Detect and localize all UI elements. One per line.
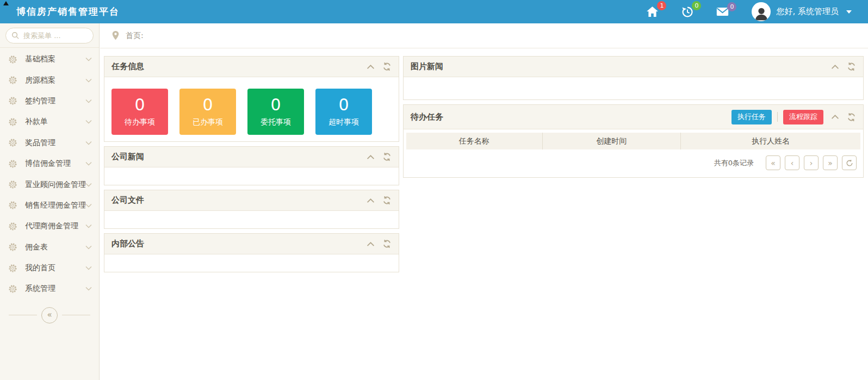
sidebar-item-contract-management[interactable]: 签约管理	[0, 91, 99, 111]
panel-empty-body	[404, 77, 863, 99]
sidebar-item-label: 置业顾问佣金管理	[25, 180, 85, 190]
divider	[62, 315, 90, 315]
sidebar-item-prize-management[interactable]: 奖品管理	[0, 133, 99, 153]
app-title: 博信房产销售管理平台	[16, 5, 120, 18]
stat-card-done[interactable]: 0 已办事项	[179, 89, 236, 135]
location-pin-icon	[111, 30, 120, 41]
mail-button[interactable]: 0	[716, 7, 729, 16]
chevron-down-icon	[85, 203, 92, 208]
stat-label: 待办事项	[125, 117, 155, 127]
gear-icon	[8, 138, 17, 147]
pagination-refresh-button[interactable]	[842, 155, 857, 170]
refresh-button[interactable]	[382, 62, 392, 71]
chevron-down-icon	[846, 10, 852, 16]
stat-label: 超时事项	[328, 117, 359, 127]
sidebar-collapse-button[interactable]: «	[41, 307, 58, 323]
panel-empty-body	[104, 254, 399, 272]
search-icon	[11, 32, 20, 40]
column-header-task-name: 任务名称	[406, 133, 543, 149]
refresh-icon	[382, 239, 392, 248]
sidebar-item-label: 补款单	[25, 117, 85, 127]
chevron-down-icon	[85, 141, 92, 145]
stat-card-delegated[interactable]: 0 委托事项	[247, 89, 304, 135]
history-button[interactable]: 0	[681, 6, 693, 18]
home-badge: 1	[657, 1, 666, 10]
collapse-button[interactable]	[367, 198, 375, 203]
topbar-right: 1 0 0 您好, 系统管理员	[646, 2, 868, 21]
gear-icon	[8, 242, 17, 252]
panel-empty-body	[104, 211, 399, 228]
gear-icon	[8, 201, 17, 210]
sidebar-item-sales-manager-commission[interactable]: 销售经理佣金管理	[0, 195, 99, 216]
sidebar-search-area	[0, 23, 99, 48]
panel-internal-notice: 内部公告	[104, 233, 399, 272]
task-stat-cards: 0 待办事项 0 已办事项 0 委托事项 0 超时事项	[104, 77, 399, 141]
panel-picture-news: 图片新闻	[403, 56, 864, 100]
sidebar-item-my-homepage[interactable]: 我的首页	[0, 258, 99, 278]
collapse-button[interactable]	[367, 241, 375, 247]
chevron-down-icon	[85, 183, 92, 187]
refresh-button[interactable]	[847, 113, 856, 122]
panel-company-news: 公司新闻	[104, 146, 399, 185]
collapse-button[interactable]	[831, 64, 839, 70]
pagination-last-button[interactable]: »	[823, 155, 838, 170]
pagination-next-button[interactable]: ›	[804, 155, 819, 170]
sidebar-item-supplementary-payment[interactable]: 补款单	[0, 111, 99, 132]
gear-icon	[8, 180, 17, 189]
refresh-button[interactable]	[847, 62, 856, 71]
home-button[interactable]: 1	[646, 6, 659, 17]
collapse-button[interactable]	[367, 64, 375, 70]
gear-icon	[8, 264, 17, 273]
sidebar-item-label: 房源档案	[25, 76, 85, 85]
search-input[interactable]	[23, 32, 88, 40]
stat-value: 0	[338, 96, 349, 114]
search-box	[5, 28, 94, 43]
stat-value: 0	[270, 96, 281, 114]
sidebar-item-boxin-commission[interactable]: 博信佣金管理	[0, 153, 99, 174]
refresh-button[interactable]	[382, 196, 392, 205]
stat-card-pending[interactable]: 0 待办事项	[111, 89, 168, 135]
refresh-button[interactable]	[382, 152, 392, 161]
chevron-down-icon	[85, 286, 92, 291]
sidebar-item-basic-archives[interactable]: 基础档案	[0, 49, 99, 70]
record-count: 共有0条记录	[714, 158, 754, 168]
panel-internal-notice-header: 内部公告	[104, 234, 399, 254]
sidebar: 基础档案 房源档案 签约管理 补款单 奖品管理 博信佣金管理	[0, 23, 100, 380]
refresh-icon	[846, 159, 853, 167]
gear-icon	[8, 222, 17, 231]
gear-icon	[8, 96, 17, 105]
sidebar-item-system-management[interactable]: 系统管理	[0, 278, 99, 299]
collapse-button[interactable]	[367, 154, 375, 160]
sidebar-item-consultant-commission[interactable]: 置业顾问佣金管理	[0, 174, 99, 195]
execute-task-button[interactable]: 执行任务	[731, 110, 772, 124]
right-column: 图片新闻 待办任务 执行任务 流程跟踪	[403, 56, 864, 182]
breadcrumb: 首页:	[100, 23, 868, 48]
process-track-button[interactable]: 流程跟踪	[783, 110, 823, 124]
panel-task-info-header: 任务信息	[104, 57, 399, 77]
panel-todo-tasks-header: 待办任务 执行任务 流程跟踪	[404, 105, 863, 129]
panel-task-info: 任务信息 0 待办事项 0 已办事项	[104, 56, 399, 142]
chevron-up-icon	[367, 154, 375, 160]
chevron-down-icon	[85, 57, 92, 61]
refresh-icon	[847, 113, 856, 122]
panel-picture-news-header: 图片新闻	[404, 57, 863, 77]
chevron-up-icon	[367, 64, 375, 70]
sidebar-item-commission-table[interactable]: 佣金表	[0, 237, 99, 258]
dashboard-content: 任务信息 0 待办事项 0 已办事项	[100, 49, 868, 380]
chevron-down-icon	[85, 161, 92, 166]
panel-title: 公司新闻	[111, 152, 144, 162]
user-menu[interactable]: 您好, 系统管理员	[752, 2, 852, 21]
refresh-button[interactable]	[382, 239, 392, 248]
sidebar-item-housing-archives[interactable]: 房源档案	[0, 70, 99, 90]
pagination-prev-button[interactable]: ‹	[785, 155, 799, 170]
stat-card-overtime[interactable]: 0 超时事项	[315, 89, 372, 135]
chevron-down-icon	[85, 78, 92, 83]
todo-task-table: 任务名称 创建时间 执行人姓名	[406, 133, 860, 149]
sidebar-item-agent-commission[interactable]: 代理商佣金管理	[0, 216, 99, 236]
chevron-up-icon	[831, 64, 839, 70]
gear-icon	[8, 159, 17, 169]
sidebar-item-label: 系统管理	[25, 284, 85, 294]
collapse-button[interactable]	[831, 114, 839, 120]
gear-icon	[8, 284, 17, 294]
pagination-first-button[interactable]: «	[766, 155, 780, 170]
